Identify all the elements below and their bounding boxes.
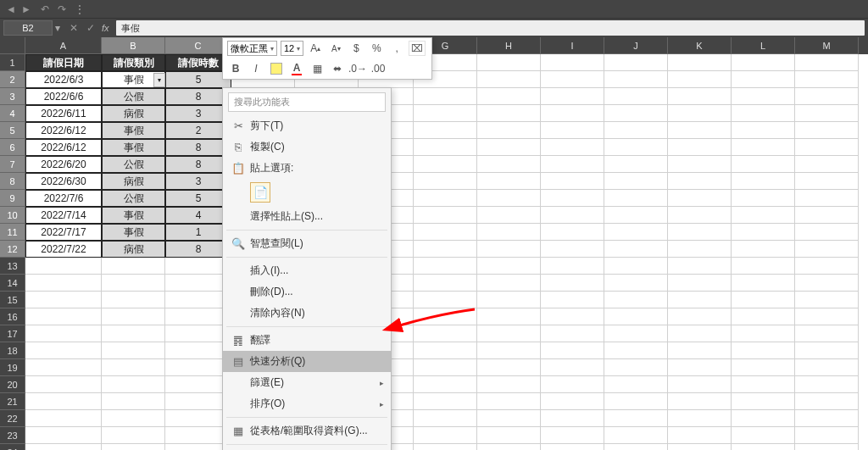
cell[interactable] xyxy=(604,241,668,258)
nav-back-icon[interactable]: ◄ xyxy=(3,2,19,17)
cell[interactable] xyxy=(604,359,668,376)
cell[interactable] xyxy=(732,410,795,427)
namebox-dropdown-icon[interactable]: ▾ xyxy=(53,22,63,34)
cell[interactable] xyxy=(541,393,604,410)
row-header[interactable]: 12 xyxy=(0,241,25,258)
cell[interactable]: 事假 xyxy=(102,207,165,224)
cell[interactable] xyxy=(732,258,795,275)
cell[interactable] xyxy=(668,427,732,444)
cell[interactable] xyxy=(102,393,165,410)
cell[interactable] xyxy=(668,54,732,71)
row-header[interactable]: 6 xyxy=(0,139,25,156)
cell[interactable] xyxy=(732,292,795,308)
cell[interactable] xyxy=(477,393,541,410)
cell[interactable] xyxy=(414,410,477,427)
cell[interactable] xyxy=(414,105,477,122)
cell[interactable] xyxy=(102,308,165,325)
cell[interactable] xyxy=(795,190,859,207)
cell[interactable] xyxy=(732,342,795,359)
cell[interactable] xyxy=(541,207,604,224)
menu-insert[interactable]: 插入(I)... xyxy=(223,260,391,281)
cell[interactable] xyxy=(732,224,795,241)
cell[interactable] xyxy=(668,105,732,122)
row-header[interactable]: 16 xyxy=(0,308,25,325)
cell[interactable] xyxy=(795,292,859,308)
more-icon[interactable]: ⋮ xyxy=(75,3,85,15)
cell[interactable] xyxy=(732,325,795,342)
cell[interactable]: 公假 xyxy=(102,88,165,105)
cell[interactable] xyxy=(25,292,102,308)
cell[interactable] xyxy=(477,156,541,173)
cell[interactable] xyxy=(25,308,102,325)
cell[interactable] xyxy=(604,173,668,190)
cell[interactable] xyxy=(795,427,859,444)
cell[interactable] xyxy=(795,224,859,241)
cell[interactable] xyxy=(541,105,604,122)
cell[interactable] xyxy=(604,376,668,393)
cell[interactable] xyxy=(732,139,795,156)
cell[interactable] xyxy=(604,258,668,275)
cell[interactable]: 2022/7/22 xyxy=(25,241,102,258)
cell[interactable] xyxy=(795,105,859,122)
name-box[interactable]: B2 xyxy=(3,20,53,36)
cell[interactable] xyxy=(102,342,165,359)
format-painter-icon[interactable]: ⌧ xyxy=(409,41,426,56)
cell[interactable] xyxy=(25,342,102,359)
cell[interactable] xyxy=(732,88,795,105)
row-header[interactable]: 4 xyxy=(0,105,25,122)
row-header[interactable]: 7 xyxy=(0,156,25,173)
cell[interactable] xyxy=(668,207,732,224)
cell[interactable] xyxy=(541,292,604,308)
cell[interactable] xyxy=(668,308,732,325)
menu-paste-special[interactable]: 選擇性貼上(S)... xyxy=(223,206,391,227)
cell[interactable] xyxy=(477,122,541,139)
cell[interactable] xyxy=(604,156,668,173)
row-header[interactable]: 3 xyxy=(0,88,25,105)
font-color-button[interactable]: A xyxy=(288,61,305,76)
cell[interactable] xyxy=(541,122,604,139)
cell[interactable] xyxy=(541,444,604,450)
cell[interactable] xyxy=(732,427,795,444)
cell[interactable] xyxy=(541,139,604,156)
cell[interactable] xyxy=(732,207,795,224)
cell[interactable] xyxy=(414,342,477,359)
fx-icon[interactable]: fx xyxy=(102,23,109,33)
cell[interactable] xyxy=(732,156,795,173)
cell[interactable] xyxy=(541,190,604,207)
percent-format-icon[interactable]: % xyxy=(368,41,385,56)
cell[interactable] xyxy=(102,410,165,427)
cell[interactable] xyxy=(25,258,102,275)
cell[interactable] xyxy=(604,275,668,292)
cell[interactable] xyxy=(414,325,477,342)
cell[interactable] xyxy=(795,88,859,105)
cell[interactable] xyxy=(795,173,859,190)
borders-button[interactable]: ▦ xyxy=(309,61,326,76)
row-header[interactable]: 10 xyxy=(0,207,25,224)
cell[interactable] xyxy=(541,173,604,190)
cell[interactable]: 病假 xyxy=(102,173,165,190)
cell[interactable] xyxy=(102,292,165,308)
menu-get-data-from-table[interactable]: ▦從表格/範圍取得資料(G)... xyxy=(223,420,391,442)
cell[interactable] xyxy=(541,156,604,173)
cell[interactable] xyxy=(795,359,859,376)
cell[interactable] xyxy=(541,71,604,88)
cell[interactable] xyxy=(541,54,604,71)
col-header[interactable]: B xyxy=(102,37,165,54)
cell[interactable] xyxy=(25,444,102,450)
cell[interactable] xyxy=(795,393,859,410)
row-header[interactable]: 15 xyxy=(0,292,25,308)
row-header[interactable]: 1 xyxy=(0,54,25,71)
cell[interactable] xyxy=(732,275,795,292)
cell[interactable] xyxy=(102,444,165,450)
cell[interactable] xyxy=(477,427,541,444)
cell[interactable] xyxy=(477,241,541,258)
cell[interactable] xyxy=(414,139,477,156)
cell[interactable] xyxy=(414,241,477,258)
cell[interactable] xyxy=(25,410,102,427)
cell[interactable] xyxy=(732,105,795,122)
cell[interactable] xyxy=(795,444,859,450)
decrease-font-icon[interactable]: A▾ xyxy=(327,41,344,56)
enter-icon[interactable]: ✓ xyxy=(83,22,98,34)
cell[interactable] xyxy=(414,88,477,105)
redo-icon[interactable]: ↷ xyxy=(54,2,70,17)
